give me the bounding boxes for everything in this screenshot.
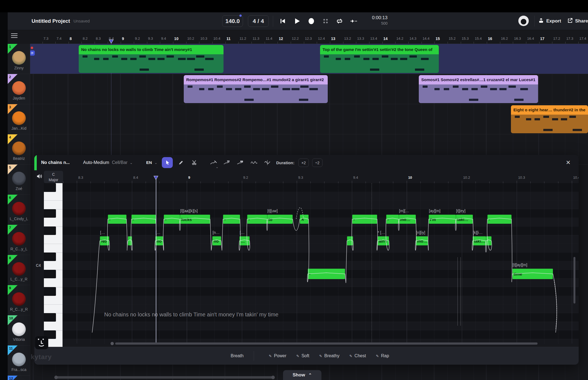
time-signature-box[interactable]: 4 / 4 (248, 15, 269, 27)
note[interactable]: no[n… (212, 236, 221, 245)
editor-mode-sub-label[interactable]: Cell/Bar (112, 160, 128, 165)
note[interactable] (486, 236, 491, 245)
track-avatar[interactable] (12, 292, 26, 306)
track-tile-Beatriz[interactable]: 4Beatriz (8, 134, 30, 165)
track-avatar[interactable] (12, 262, 26, 276)
scissors-tool-button[interactable] (189, 157, 200, 168)
vibrato-wave-tool-button[interactable] (248, 157, 259, 168)
note[interactable]: - (223, 215, 240, 224)
note[interactable]: - (108, 215, 126, 224)
note[interactable]: …[… (239, 236, 250, 245)
follow-playhead-button[interactable] (349, 16, 358, 26)
key-signature-box[interactable]: C Major (44, 171, 63, 183)
export-button[interactable]: Export (538, 17, 561, 25)
record-button[interactable] (306, 16, 316, 26)
language-selector[interactable]: EN (146, 160, 152, 165)
show-panel-button[interactable]: Show ⌃ (283, 370, 321, 380)
track-avatar[interactable] (12, 141, 26, 155)
pitch-line-tool-button[interactable]: ⌄ (208, 157, 219, 168)
black-key[interactable] (44, 183, 56, 192)
track-tile-Jayden[interactable]: 2Jayden (8, 74, 30, 104)
track-avatar[interactable] (12, 111, 26, 125)
note[interactable]: - (487, 215, 511, 224)
timeline-ruler[interactable]: 7.37.488.28.38.499.29.39.41010.210.310.4… (30, 30, 588, 44)
note[interactable]: taki…[k][i… (473, 236, 486, 245)
tempo-box[interactable]: 140.0 (222, 15, 243, 27)
menu-button[interactable] (11, 33, 18, 38)
black-key[interactable] (44, 226, 56, 235)
smiley-face-icon[interactable] (35, 336, 48, 349)
black-key[interactable] (44, 253, 56, 261)
duration-x2-button[interactable]: ×2 (298, 158, 309, 167)
note[interactable]: ain't* [… (377, 236, 389, 245)
style-tag-rap[interactable]: ✎Rap (376, 353, 389, 358)
track-lane[interactable] (30, 104, 588, 134)
clip-orange[interactable]: Eight o eight hear… thunder#2 in the (511, 105, 588, 133)
piano-keys[interactable] (44, 183, 63, 348)
track-avatar[interactable] (12, 172, 26, 185)
duration-div2-button[interactable]: ÷2 (312, 158, 323, 167)
speaker-icon[interactable] (36, 174, 43, 180)
style-tag-soft[interactable]: ✎Soft (296, 353, 309, 358)
pencil-tool-button[interactable] (176, 157, 186, 168)
clip-green[interactable]: Top of the game I'm settin'#1 settin'#2 … (320, 45, 439, 73)
share-button[interactable]: Share (567, 17, 588, 25)
play-button[interactable] (292, 16, 302, 26)
pitch-erase-tool-button[interactable] (235, 157, 246, 168)
style-tag-chest[interactable]: ✎Chest (349, 353, 366, 358)
note[interactable]: no[… (155, 236, 163, 245)
track-avatar[interactable] (12, 81, 26, 95)
pitch-anchor-tool-button[interactable] (221, 157, 232, 168)
note[interactable]: mo…[n][iy] (416, 236, 428, 245)
track-loop-badge[interactable]: ⟳ (30, 50, 35, 56)
track-tile-12[interactable]: 12 (8, 376, 30, 380)
track-tile-R_C...y_R[interactable]: 9R_C...y_R (8, 285, 30, 315)
note[interactable]: locks[l][aa][k][s] (180, 215, 210, 224)
black-key[interactable] (44, 287, 56, 296)
arrangement-playhead-marker[interactable] (109, 39, 114, 44)
note[interactable]: - (131, 215, 156, 224)
note[interactable]: - (308, 269, 345, 279)
user-avatar[interactable] (518, 16, 529, 26)
clip-purple[interactable]: Somos#1 Somos#2 estrellas#…1 cruzan#2 el… (419, 75, 538, 103)
note[interactable]: - (247, 215, 267, 224)
note[interactable]: ∧ (300, 215, 309, 224)
black-key[interactable] (44, 209, 56, 218)
editor-vertical-scrollbar[interactable] (573, 257, 575, 304)
bottom-scrollbar[interactable] (55, 376, 274, 379)
clip-green[interactable]: No chains no locks no walls to climb Tim… (79, 45, 224, 73)
note[interactable]: I'm[ay][m] (429, 215, 456, 224)
black-key[interactable] (44, 313, 56, 322)
track-tile-Fra...sca[interactable]: 11Fra...sca (8, 345, 30, 376)
pitch-transition-tool-button[interactable] (262, 157, 273, 168)
style-tag-breathy[interactable]: ✎Breathy (319, 353, 340, 358)
note[interactable]: taki…[t][ey] (456, 215, 473, 224)
track-avatar[interactable] (12, 232, 26, 246)
note[interactable] (128, 236, 132, 245)
editor-clip-name[interactable]: No chains n... (41, 160, 70, 165)
select-tool-button[interactable] (162, 157, 173, 168)
close-icon[interactable]: ✕ (566, 159, 571, 166)
track-avatar[interactable] (12, 202, 26, 215)
skip-to-start-button[interactable] (278, 16, 288, 26)
metronome-dots-button[interactable] (321, 16, 330, 26)
note[interactable]: time[t][ay][m] (512, 269, 553, 279)
track-avatar[interactable] (12, 51, 26, 65)
track-tile-Jan...Kid[interactable]: 3Jan...Kid (8, 104, 30, 134)
piano-roll[interactable]: No chains no locks no walls to climb Tim… (63, 183, 579, 344)
editor-mode-label[interactable]: Auto-Medium (83, 160, 109, 165)
note[interactable]: No[… (100, 236, 109, 245)
breath-label[interactable]: Breath (231, 353, 244, 358)
note[interactable]: to[t][uw] (267, 215, 293, 224)
track-avatar[interactable] (12, 353, 26, 366)
editor-ruler[interactable]: 8.38.499.29.39.41010.210.310.4 (63, 171, 579, 183)
black-key[interactable] (44, 270, 56, 279)
note[interactable]: - (386, 215, 399, 224)
note[interactable] (347, 236, 353, 245)
track-tile-L_Cindy_L[interactable]: 6L_Cindy_L (8, 195, 30, 225)
track-tile-Vittoria[interactable]: 10Vittoria (8, 315, 30, 345)
note[interactable]: mo…[m][… (399, 215, 416, 224)
note[interactable]: - (164, 215, 180, 224)
note[interactable]: - (352, 215, 377, 224)
track-tile-R_C...y_L[interactable]: 7R_C...y_L (8, 225, 30, 255)
